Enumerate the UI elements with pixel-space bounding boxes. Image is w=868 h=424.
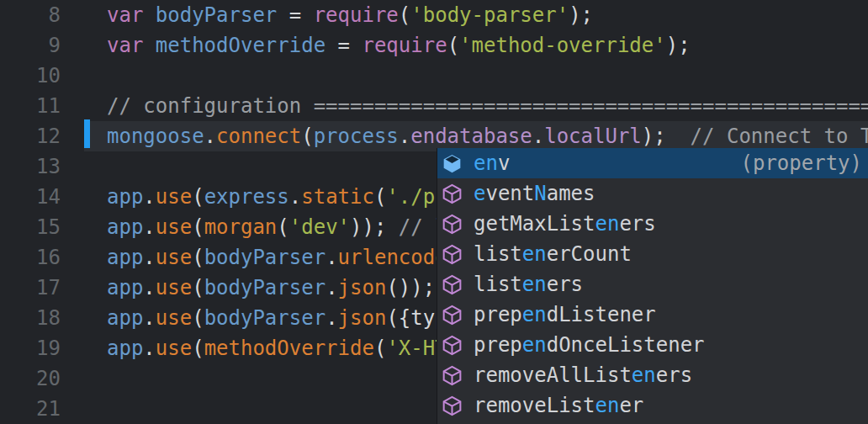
code-line[interactable]: 10 (0, 61, 868, 91)
suggestion-item-listeners[interactable]: listeners (437, 269, 868, 299)
code-text (61, 61, 107, 91)
code-text: var bodyParser = require('body-parser'); (61, 0, 593, 30)
suggestion-label: env (474, 148, 510, 178)
suggestion-label: listenerCount (474, 239, 632, 269)
line-number: 16 (0, 242, 61, 273)
method-icon (442, 365, 463, 386)
line-number: 10 (0, 61, 61, 91)
line-number: 13 (0, 151, 61, 182)
code-text: app.use(bodyParser.json()); (61, 273, 435, 303)
suggestion-item-getMaxListeners[interactable]: getMaxListeners (437, 209, 868, 239)
suggestion-item-removeListener[interactable]: removeListener (437, 390, 868, 421)
suggestion-label: getMaxListeners (474, 209, 656, 239)
code-line[interactable]: 11// configuration =====================… (0, 91, 868, 121)
line-number: 18 (0, 303, 61, 333)
line-number: 9 (0, 30, 61, 61)
suggestion-label: removeListener (474, 390, 643, 421)
suggestion-label: prependOnceListener (474, 330, 705, 360)
suggestion-item-env[interactable]: env(property) (437, 148, 868, 178)
line-number: 15 (0, 212, 61, 242)
method-icon (442, 183, 463, 204)
line-number: 19 (0, 333, 61, 363)
code-text: var methodOverride = require('method-ove… (61, 30, 691, 61)
cursor-indicator (84, 119, 90, 148)
method-icon (442, 335, 463, 356)
method-icon (442, 214, 463, 235)
method-icon (442, 274, 463, 295)
code-text (61, 363, 107, 394)
suggestion-item-removeAllListeners[interactable]: removeAllListeners (437, 360, 868, 390)
code-text: mongoose.connect(process.endatabase.loca… (61, 121, 868, 151)
line-number: 17 (0, 273, 61, 303)
suggestion-label: removeAllListeners (474, 360, 692, 390)
code-editor: 8var bodyParser = require('body-parser')… (0, 0, 868, 424)
autocomplete-popup: env(property) eventNames getMaxListeners… (437, 148, 868, 424)
line-number: 12 (0, 121, 61, 151)
line-number: 11 (0, 91, 61, 121)
suggestion-meta: (property) (741, 148, 868, 178)
suggestion-label: listeners (474, 269, 583, 299)
code-text: // configuration =======================… (61, 91, 868, 121)
code-line[interactable]: 9var methodOverride = require('method-ov… (0, 30, 868, 61)
method-icon (442, 395, 463, 416)
line-number: 20 (0, 363, 61, 394)
suggestion-item-prependOnceListener[interactable]: prependOnceListener (437, 330, 868, 360)
suggestion-item-prependListener[interactable]: prependListener (437, 299, 868, 330)
code-line[interactable]: 8var bodyParser = require('body-parser')… (0, 0, 868, 30)
suggestion-item-eventNames[interactable]: eventNames (437, 178, 868, 209)
line-number: 14 (0, 182, 61, 212)
suggestion-label: prependListener (474, 299, 656, 330)
method-icon (442, 244, 463, 265)
suggestion-item-listenerCount[interactable]: listenerCount (437, 239, 868, 269)
line-number: 21 (0, 394, 61, 424)
suggestion-label: eventNames (474, 178, 595, 209)
code-text (61, 394, 107, 424)
property-icon (442, 153, 463, 174)
method-icon (442, 305, 463, 326)
code-line[interactable]: 12mongoose.connect(process.endatabase.lo… (0, 121, 868, 151)
code-text (61, 151, 107, 182)
line-number: 8 (0, 0, 61, 30)
